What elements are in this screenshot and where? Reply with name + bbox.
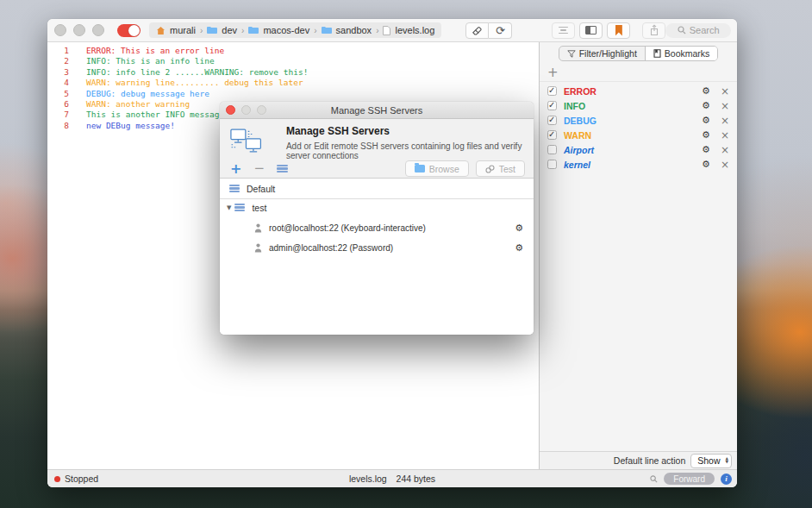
search-placeholder: Search [690,25,720,35]
add-filter-button[interactable]: + [547,66,559,79]
log-line[interactable]: 1ERROR: This is an error line [47,46,539,56]
add-server-button[interactable]: + [230,162,241,176]
bookmark-icon [615,25,622,36]
search-icon [678,26,686,34]
gear-icon[interactable]: ⚙ [702,160,710,169]
gear-icon[interactable]: ⚙ [702,130,710,140]
gear-icon[interactable]: ⚙ [702,101,710,110]
breadcrumb-file[interactable]: levels.log [395,25,434,35]
dialog-title-bar[interactable]: Manage SSH Servers [220,102,534,119]
follow-toggle[interactable] [117,24,141,37]
status-left: Stopped [47,474,98,484]
filter-label: ERROR [564,86,597,97]
filter-checkbox[interactable]: ✓ [547,116,557,125]
remove-icon[interactable]: × [721,145,729,155]
tab-label: Filter/Highlight [579,48,637,59]
search-icon[interactable] [650,475,658,483]
toggle-knob [128,25,140,36]
line-number: 7 [47,110,69,120]
group-name: test [252,203,266,213]
gear-icon[interactable]: ⚙ [702,145,710,154]
bookmark-button[interactable] [607,22,630,39]
log-line[interactable]: 4WARN: warning line......... debug this … [47,78,539,88]
dialog-subtitle: Add or Edit remote SSH servers containin… [286,141,525,160]
info-button[interactable]: i [721,474,732,485]
home-icon [156,26,166,35]
line-text: ERROR: This is an error line [86,46,224,56]
filter-label: Airport [564,145,594,155]
reload-button[interactable]: ⟳ [489,22,512,39]
line-action-select[interactable]: Show ▲▼ [690,454,732,468]
search-input[interactable]: Search [665,23,731,38]
log-line[interactable]: 3INFO: info line 2 ......WARNING: remove… [47,67,539,78]
disclosure-triangle-icon[interactable]: ▼ [227,204,231,211]
filter-label: kernel [564,160,590,170]
filter-checkbox[interactable]: ✓ [547,145,557,154]
breadcrumb-separator: › [200,26,203,35]
log-line[interactable]: 5DEBUG: debug message here [47,89,539,99]
server-group-default[interactable]: Default [220,179,534,199]
filter-checkbox[interactable]: ✓ [547,101,557,110]
server-label: admin@localhost:22 (Password) [269,243,393,253]
breadcrumb-separator: › [376,26,378,35]
tab-filter-highlight[interactable]: Filter/Highlight [559,47,645,60]
toggle-sidebar-button[interactable] [579,22,603,39]
remove-icon[interactable]: × [721,130,729,141]
line-text: new DEBug message! [86,121,175,131]
folder-icon [322,26,332,34]
filter-checkbox[interactable]: ✓ [547,86,557,96]
edit-button-group: ⟳ [465,22,512,39]
line-number: 4 [47,78,69,88]
remove-icon[interactable]: × [721,116,729,126]
line-text: DEBUG: debug message here [86,89,209,99]
breadcrumb-home[interactable]: murali [170,25,196,35]
forward-button[interactable]: Forward [664,473,715,485]
status-bar: Stopped levels.log 244 bytes Forward i [47,469,737,487]
filter-label: INFO [564,101,585,111]
gear-icon[interactable]: ⚙ [515,223,523,234]
gear-icon[interactable]: ⚙ [515,242,523,254]
server-row-admin[interactable]: admin@localhost:22 (Password) ⚙ [220,238,534,258]
breadcrumb-separator: › [241,26,244,35]
filter-lines-button[interactable] [552,22,575,39]
close-button[interactable] [54,24,66,36]
zoom-button[interactable] [92,24,104,36]
filter-checkbox[interactable]: ✓ [547,160,557,169]
filter-label: DEBUG [564,116,597,126]
remove-icon[interactable]: × [721,101,729,111]
breadcrumb-folder[interactable]: dev [222,25,237,35]
browse-button[interactable]: Browse [405,160,469,177]
remove-icon[interactable]: × [721,86,729,97]
tab-bookmarks[interactable]: Bookmarks [645,47,718,60]
link-icon [485,165,495,173]
sidebar-split-icon [585,26,597,34]
dialog-toolbar-right: Browse Test [405,160,525,177]
breadcrumb-folder[interactable]: sandbox [336,25,372,35]
line-number: 1 [47,46,69,56]
test-button[interactable]: Test [476,160,525,177]
filter-checkbox[interactable]: ✓ [547,130,557,140]
line-text: WARN: warning line......... debug this l… [86,78,303,88]
breadcrumb[interactable]: murali › dev › macos-dev › sandbox › lev… [149,22,441,38]
folder-icon [207,26,217,34]
status-dot-icon [54,476,60,482]
remove-server-button[interactable]: − [253,162,265,175]
server-group-test[interactable]: ▼ test [220,199,534,216]
tab-label: Bookmarks [665,48,710,59]
log-line[interactable]: 2INFO: This is an info line [47,56,539,66]
share-button[interactable] [642,22,665,39]
filter-row-airport: ✓ Airport ⚙ × [540,142,737,157]
remove-icon[interactable]: × [721,160,729,170]
folder-icon [248,26,259,34]
gear-icon[interactable]: ⚙ [702,116,710,125]
breadcrumb-folder[interactable]: macos-dev [263,25,309,35]
server-group-button[interactable] [277,165,288,173]
window-controls [54,24,104,36]
minimize-button[interactable] [73,24,85,36]
server-row-root[interactable]: root@localhost:22 (Keyboard-interactive)… [220,218,534,238]
line-text: WARN: another warning [86,99,190,110]
document-icon [383,26,390,35]
gear-icon[interactable]: ⚙ [702,86,710,96]
share-wrap [642,22,665,39]
clear-button[interactable] [465,22,489,39]
